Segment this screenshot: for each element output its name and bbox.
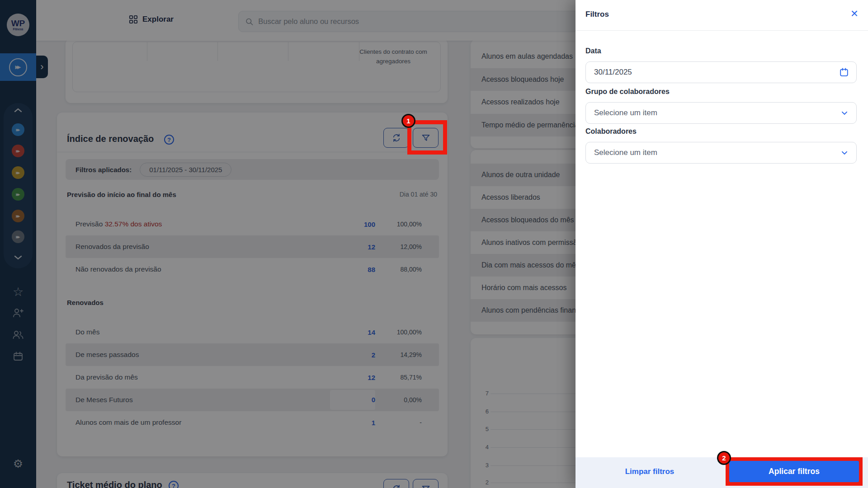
calendar-icon[interactable] <box>839 67 849 77</box>
chevron-down-icon <box>840 148 849 157</box>
app-root: WP Fitness ▶▶ ▶▶ ▶▶ ▶▶ ▶▶ ▶▶ ▶▶ ☆ <box>0 0 868 488</box>
filters-panel: Filtros × Data Grupo de colaboradores Se… <box>576 0 868 488</box>
date-field[interactable] <box>585 61 857 83</box>
annotation-badge-1: 1 <box>401 114 415 128</box>
panel-title: Filtros <box>585 10 609 19</box>
annotation-box-2: Aplicar filtros <box>726 457 863 486</box>
collaborators-select[interactable]: Selecione um item <box>585 142 857 164</box>
date-input[interactable] <box>594 68 839 77</box>
annotation-badge-2: 2 <box>717 451 731 465</box>
chevron-down-icon <box>840 108 849 117</box>
group-select[interactable]: Selecione um item <box>585 102 857 124</box>
group-label: Grupo de colaboradores <box>585 88 670 96</box>
group-select-value: Selecione um item <box>594 108 840 117</box>
collaborators-select-value: Selecione um item <box>594 148 840 157</box>
apply-filters-button[interactable]: Aplicar filtros <box>729 461 859 482</box>
clear-filters-button[interactable]: Limpar filtros <box>609 467 690 476</box>
date-label: Data <box>585 47 601 55</box>
collaborators-label: Colaboradores <box>585 127 637 136</box>
close-icon[interactable]: × <box>851 7 858 20</box>
